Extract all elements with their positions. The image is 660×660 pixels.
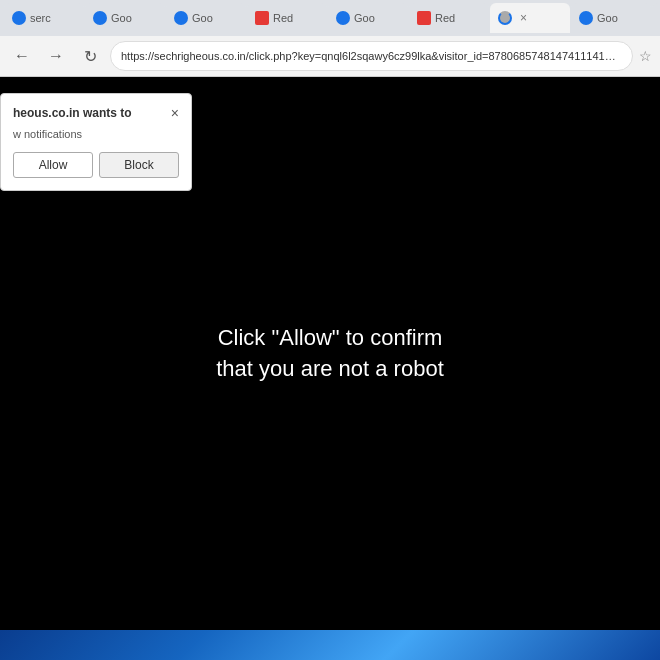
browser-chrome: serc Goo Goo Red Goo Red × Goo (0, 0, 660, 77)
popup-close-button[interactable]: × (171, 106, 179, 120)
address-text: https://sechrigheous.co.in/click.php?key… (121, 50, 622, 62)
tab-favicon-8 (579, 11, 593, 25)
tab-5[interactable]: Goo (328, 3, 408, 33)
tab-label-6: Red (435, 12, 455, 24)
popup-title: heous.co.in wants to (13, 106, 132, 122)
tab-favicon-7 (498, 11, 512, 25)
block-button[interactable]: Block (99, 152, 179, 178)
bookmark-icon[interactable]: ☆ (639, 48, 652, 64)
tab-1[interactable]: serc (4, 3, 84, 33)
tab-favicon-2 (93, 11, 107, 25)
taskbar (0, 630, 660, 660)
tab-8[interactable]: Goo (571, 3, 651, 33)
tab-close-7[interactable]: × (520, 11, 527, 25)
popup-subtitle: w notifications (13, 128, 179, 140)
tab-label-2: Goo (111, 12, 132, 24)
popup-buttons: Allow Block (13, 152, 179, 178)
tab-favicon-5 (336, 11, 350, 25)
popup-header: heous.co.in wants to × (13, 106, 179, 122)
tab-3[interactable]: Goo (166, 3, 246, 33)
tab-favicon-4 (255, 11, 269, 25)
tab-favicon-3 (174, 11, 188, 25)
notification-popup: heous.co.in wants to × w notifications A… (0, 93, 192, 191)
tab-label-1: serc (30, 12, 51, 24)
tab-label-3: Goo (192, 12, 213, 24)
address-bar[interactable]: https://sechrigheous.co.in/click.php?key… (110, 41, 633, 71)
tab-6[interactable]: Red (409, 3, 489, 33)
tab-4[interactable]: Red (247, 3, 327, 33)
tab-favicon-6 (417, 11, 431, 25)
tab-7-active[interactable]: × (490, 3, 570, 33)
tab-bar: serc Goo Goo Red Goo Red × Goo (0, 0, 660, 36)
address-bar-row: ← → ↻ https://sechrigheous.co.in/click.p… (0, 36, 660, 76)
tab-label-5: Goo (354, 12, 375, 24)
robot-message: Click "Allow" to confirmthat you are not… (216, 323, 444, 385)
tab-9[interactable]: Goo (652, 3, 660, 33)
refresh-button[interactable]: ↻ (76, 42, 104, 70)
tab-label-4: Red (273, 12, 293, 24)
tab-2[interactable]: Goo (85, 3, 165, 33)
allow-button[interactable]: Allow (13, 152, 93, 178)
tab-favicon-1 (12, 11, 26, 25)
tab-label-8: Goo (597, 12, 618, 24)
back-button[interactable]: ← (8, 42, 36, 70)
forward-button[interactable]: → (42, 42, 70, 70)
